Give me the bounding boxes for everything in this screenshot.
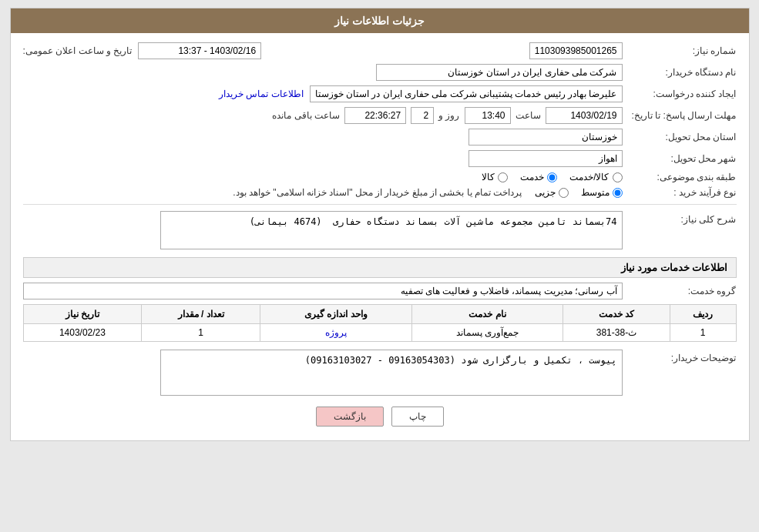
purchase-radio-motavaset[interactable] bbox=[613, 188, 623, 198]
province-label: استان محل تحویل: bbox=[629, 132, 737, 142]
need-description-textarea[interactable] bbox=[160, 211, 623, 249]
province-row: استان محل تحویل: خوزستان bbox=[23, 129, 737, 146]
deadline-label: مهلت ارسال پاسخ: تا تاریخ: bbox=[629, 110, 737, 121]
buyer-org-value: شرکت ملی حفاری ایران در استان خوزستان bbox=[376, 64, 623, 81]
purchase-type-options: متوسط جزیی پرداخت تمام یا بخشی از مبلغ خ… bbox=[233, 187, 622, 198]
category-radio-kala[interactable] bbox=[498, 172, 508, 182]
buyer-notes-textarea[interactable] bbox=[160, 350, 623, 396]
cell-quantity: 1 bbox=[142, 324, 260, 342]
category-label-kala-khedmat: کالا/خدمت bbox=[569, 172, 609, 182]
category-option-kala[interactable]: کالا bbox=[482, 172, 508, 182]
deadline-remaining-label: ساعت باقی مانده bbox=[272, 110, 340, 121]
service-group-label: گروه خدمت: bbox=[629, 286, 737, 296]
purchase-type-motavaset[interactable]: متوسط bbox=[581, 187, 623, 198]
cell-unit[interactable]: پروژه bbox=[260, 324, 412, 342]
category-option-khedmat[interactable]: خدمت bbox=[520, 172, 557, 182]
requester-link[interactable]: اطلاعات تماس خریدار bbox=[219, 89, 304, 99]
announce-date-value: 1403/02/16 - 13:37 bbox=[138, 42, 261, 59]
cell-rownum: 1 bbox=[670, 324, 736, 342]
purchase-radio-jozee[interactable] bbox=[559, 188, 569, 198]
purchase-type-row: نوع فرآیند خرید : متوسط جزیی پرداخت تمام… bbox=[23, 187, 737, 198]
city-label: شهر محل تحویل: bbox=[629, 153, 737, 164]
divider-1 bbox=[23, 204, 737, 205]
table-header-row: ردیف کد خدمت نام خدمت واحد اندازه گیری ت… bbox=[23, 305, 736, 324]
deadline-fields: 1403/02/19 ساعت 13:40 روز و 2 22:36:27 س… bbox=[272, 107, 622, 124]
category-row: طبقه بندی موضوعی: کالا/خدمت خدمت کالا bbox=[23, 172, 737, 182]
category-label-khedmat: خدمت bbox=[520, 172, 544, 182]
purchase-note: پرداخت تمام یا بخشی از مبلغ خریدار از مح… bbox=[233, 187, 522, 198]
cell-service-code: ث-38-381 bbox=[563, 324, 670, 342]
deadline-time-label: ساعت bbox=[516, 110, 541, 121]
table-row: 1 ث-38-381 جمع‌آوری پسماند پروژه 1 1403/… bbox=[23, 324, 736, 342]
need-description-label: شرح کلی نیاز: bbox=[629, 211, 737, 225]
page-title: جزئیات اطلاعات نیاز bbox=[334, 15, 425, 27]
page-header: جزئیات اطلاعات نیاز bbox=[11, 8, 749, 33]
main-container: جزئیات اطلاعات نیاز شماره نیاز: 11030939… bbox=[10, 8, 750, 441]
category-option-kala-khedmat[interactable]: کالا/خدمت bbox=[569, 172, 622, 182]
announce-date-label: تاریخ و ساعت اعلان عمومی: bbox=[23, 45, 133, 56]
deadline-days: 2 bbox=[411, 107, 434, 124]
buyer-notes-row: توضیحات خریدار: bbox=[23, 350, 737, 396]
table-header: ردیف کد خدمت نام خدمت واحد اندازه گیری ت… bbox=[23, 305, 736, 324]
services-table: ردیف کد خدمت نام خدمت واحد اندازه گیری ت… bbox=[23, 304, 737, 342]
requester-row: ایجاد کننده درخواست: علیرضا بهادر رئیس خ… bbox=[23, 85, 737, 102]
col-service-name: نام خدمت bbox=[411, 305, 563, 324]
need-number-row: شماره نیاز: 1103093985001265 1403/02/16 … bbox=[23, 42, 737, 59]
print-button[interactable]: چاپ bbox=[391, 407, 444, 427]
deadline-row: مهلت ارسال پاسخ: تا تاریخ: 1403/02/19 سا… bbox=[23, 107, 737, 124]
purchase-label-motavaset: متوسط bbox=[581, 187, 610, 198]
province-value: خوزستان bbox=[468, 129, 623, 146]
col-rownum: ردیف bbox=[670, 305, 736, 324]
cell-date: 1403/02/23 bbox=[23, 324, 142, 342]
cell-service-name: جمع‌آوری پسماند bbox=[411, 324, 563, 342]
category-label-kala: کالا bbox=[482, 172, 495, 182]
deadline-time: 13:40 bbox=[465, 107, 511, 124]
category-label: طبقه بندی موضوعی: bbox=[629, 172, 737, 182]
need-description-row: شرح کلی نیاز: bbox=[23, 211, 737, 249]
purchase-type-jozee[interactable]: جزیی bbox=[535, 187, 569, 198]
col-unit: واحد اندازه گیری bbox=[260, 305, 412, 324]
buyer-org-label: نام دستگاه خریدار: bbox=[629, 67, 737, 78]
service-info-title: اطلاعات خدمات مورد نیاز bbox=[23, 257, 737, 278]
buyer-notes-label: توضیحات خریدار: bbox=[629, 350, 737, 363]
category-radio-group: کالا/خدمت خدمت کالا bbox=[482, 172, 622, 182]
service-group-value: آب رسانی؛ مدیریت پسماند، فاضلاب و فعالیت… bbox=[23, 283, 623, 299]
col-service-code: کد خدمت bbox=[563, 305, 670, 324]
deadline-days-label: روز و bbox=[438, 110, 459, 121]
requester-label: ایجاد کننده درخواست: bbox=[629, 89, 737, 99]
service-group-row: گروه خدمت: آب رسانی؛ مدیریت پسماند، فاضل… bbox=[23, 283, 737, 299]
col-date: تاریخ نیاز bbox=[23, 305, 142, 324]
buyer-org-row: نام دستگاه خریدار: شرکت ملی حفاری ایران … bbox=[23, 64, 737, 81]
col-quantity: تعداد / مقدار bbox=[142, 305, 260, 324]
category-radio-kala-khedmat[interactable] bbox=[613, 172, 623, 182]
table-body: 1 ث-38-381 جمع‌آوری پسماند پروژه 1 1403/… bbox=[23, 324, 736, 342]
need-number-value: 1103093985001265 bbox=[529, 42, 623, 59]
city-row: شهر محل تحویل: اهواز bbox=[23, 150, 737, 167]
back-button[interactable]: بازگشت bbox=[316, 407, 384, 427]
deadline-date: 1403/02/19 bbox=[546, 107, 623, 124]
category-radio-khedmat[interactable] bbox=[547, 172, 557, 182]
button-row: چاپ بازگشت bbox=[23, 407, 737, 427]
need-number-label: شماره نیاز: bbox=[629, 45, 737, 56]
deadline-remaining: 22:36:27 bbox=[344, 107, 406, 124]
requester-value: علیرضا بهادر رئیس خدمات پشتیبانی شرکت مل… bbox=[310, 85, 623, 102]
purchase-label-jozee: جزیی bbox=[535, 187, 556, 198]
purchase-type-label: نوع فرآیند خرید : bbox=[629, 187, 737, 198]
city-value: اهواز bbox=[468, 150, 623, 167]
content-area: شماره نیاز: 1103093985001265 1403/02/16 … bbox=[11, 33, 749, 440]
